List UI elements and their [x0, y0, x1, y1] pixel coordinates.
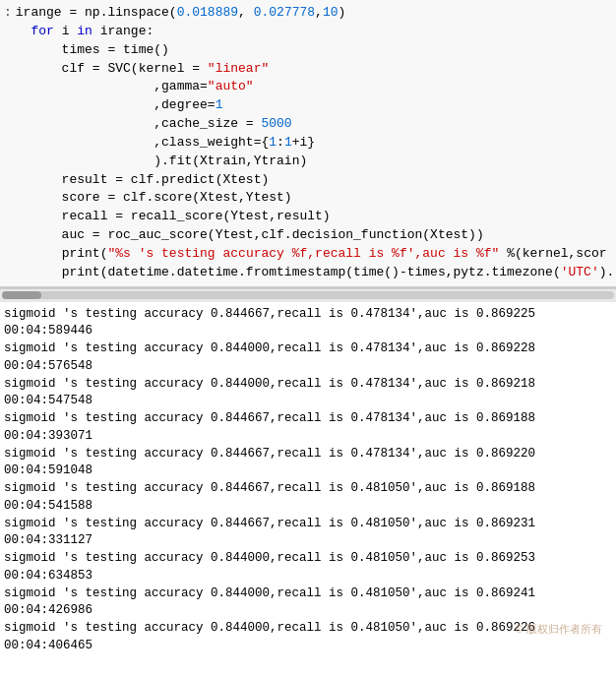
line-prefix: [4, 208, 12, 226]
line-prefix: [4, 134, 12, 153]
code-text: recall = recall_score(Ytest,result): [16, 208, 331, 226]
code-line-6: ,degree=1: [0, 96, 616, 115]
output-timestamp-6: 00:04:541588: [4, 498, 612, 516]
line-prefix: [4, 60, 12, 79]
code-line-11: score = clf.score(Xtest,Ytest): [0, 189, 616, 208]
output-timestamp-2: 00:04:576548: [4, 358, 612, 376]
code-line-8: ,class_weight={1:1+i}: [0, 134, 616, 153]
output-timestamp-3: 00:04:547548: [4, 393, 612, 410]
output-timestamp-9: 00:04:426986: [4, 602, 612, 620]
code-text: times = time(): [16, 41, 169, 60]
output-timestamp-10: 00:04:406465: [4, 638, 612, 655]
output-timestamp-5: 00:04:591048: [4, 462, 612, 480]
code-text: for i in irange:: [16, 23, 154, 41]
code-text: print(datetime.datetime.fromtimestamp(ti…: [16, 264, 615, 282]
output-line-1: sigmoid 's testing accuracy 0.844667,rec…: [4, 306, 612, 324]
code-text: ,degree=1: [16, 96, 223, 115]
code-text: print("%s 's testing accuracy %f,recall …: [16, 245, 607, 264]
horizontal-scrollbar[interactable]: [0, 288, 616, 302]
output-line-3: sigmoid 's testing accuracy 0.844000,rec…: [4, 376, 612, 394]
output-section: sigmoid 's testing accuracy 0.844667,rec…: [0, 302, 616, 678]
line-prefix: [4, 189, 12, 208]
code-line-5: ,gamma="auto": [0, 78, 616, 96]
main-container: : irange = np.linspace(0.018889, 0.02777…: [0, 0, 616, 678]
line-prefix: [4, 226, 12, 245]
output-line-8: sigmoid 's testing accuracy 0.844000,rec…: [4, 550, 612, 568]
code-line-9: ).fit(Xtrain,Ytrain): [0, 153, 616, 171]
output-line-9: sigmoid 's testing accuracy 0.844000,rec…: [4, 586, 612, 603]
line-prefix: [4, 153, 12, 171]
output-line-5: sigmoid 's testing accuracy 0.844667,rec…: [4, 446, 612, 463]
code-line-14: print("%s 's testing accuracy %f,recall …: [0, 245, 616, 264]
code-text: ,gamma="auto": [16, 78, 254, 96]
output-timestamp-1: 00:04:589446: [4, 323, 612, 340]
line-prefix: [4, 245, 12, 264]
line-prefix: [4, 115, 12, 134]
line-prefix: [4, 96, 12, 115]
code-line-10: result = clf.predict(Xtest): [0, 171, 616, 190]
output-line-2: sigmoid 's testing accuracy 0.844000,rec…: [4, 340, 612, 358]
code-line-1: : irange = np.linspace(0.018889, 0.02777…: [0, 4, 616, 23]
line-prefix: [4, 171, 12, 190]
output-timestamp-4: 00:04:393071: [4, 428, 612, 446]
line-prefix: :: [4, 4, 12, 23]
scrollbar-track[interactable]: [2, 291, 614, 299]
scrollbar-thumb[interactable]: [2, 291, 41, 299]
code-text: result = clf.predict(Xtest): [16, 171, 269, 190]
code-text: ,cache_size = 5000: [16, 115, 292, 134]
code-line-3: times = time(): [0, 41, 616, 60]
code-text: ,class_weight={1:1+i}: [16, 134, 315, 153]
output-timestamp-7: 00:04:331127: [4, 532, 612, 550]
code-text: irange = np.linspace(0.018889, 0.027778,…: [16, 4, 346, 23]
code-line-15: print(datetime.datetime.fromtimestamp(ti…: [0, 264, 616, 282]
code-line-13: auc = roc_auc_score(Ytest,clf.decision_f…: [0, 226, 616, 245]
line-prefix: [4, 78, 12, 96]
output-line-7: sigmoid 's testing accuracy 0.844667,rec…: [4, 516, 612, 533]
code-text: clf = SVC(kernel = "linear": [16, 60, 269, 79]
code-text: ).fit(Xtrain,Ytrain): [16, 153, 307, 171]
code-text: auc = roc_auc_score(Ytest,clf.decision_f…: [16, 226, 484, 245]
line-prefix: [4, 41, 12, 60]
code-text: score = clf.score(Xtest,Ytest): [16, 189, 292, 208]
code-line-2: for i in irange:: [0, 23, 616, 41]
line-prefix: [4, 264, 12, 282]
code-line-12: recall = recall_score(Ytest,result): [0, 208, 616, 226]
output-line-6: sigmoid 's testing accuracy 0.844667,rec…: [4, 480, 612, 498]
code-line-4: clf = SVC(kernel = "linear": [0, 60, 616, 79]
output-timestamp-8: 00:04:634853: [4, 568, 612, 586]
output-line-4: sigmoid 's testing accuracy 0.844667,rec…: [4, 410, 612, 428]
line-prefix: [4, 23, 12, 41]
code-line-7: ,cache_size = 5000: [0, 115, 616, 134]
output-line-10: sigmoid 's testing accuracy 0.844000,rec…: [4, 620, 612, 638]
code-section: : irange = np.linspace(0.018889, 0.02777…: [0, 0, 616, 288]
watermark-text: © 版权归作者所有: [516, 622, 602, 638]
